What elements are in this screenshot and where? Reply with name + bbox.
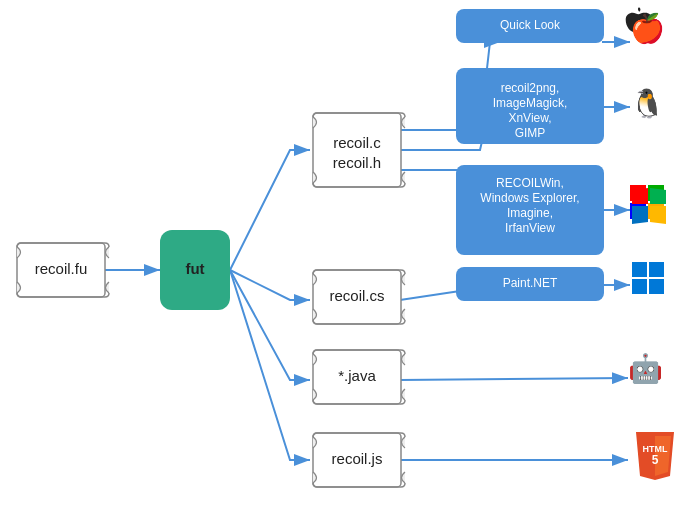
recoil-js-label: recoil.js [332,450,383,467]
svg-text:5: 5 [652,453,659,467]
source-node: recoil.fu [17,243,109,297]
source-label: recoil.fu [35,260,88,277]
html5-icon: HTML 5 [636,432,674,480]
win-line1: RECOILWin, [496,176,564,190]
windows-icon [632,262,664,294]
paint-net-box: Paint.NET [456,267,604,301]
recoil-cs-node: recoil.cs [313,270,405,324]
svg-text:🤖: 🤖 [628,352,663,385]
svg-rect-25 [632,262,647,277]
svg-text:🐧: 🐧 [630,87,665,120]
quick-look-box: Quick Look [456,9,604,43]
linux-icon: 🐧 [630,87,665,120]
linux-tools-box: recoil2png, ImageMagick, XnView, GIMP [456,68,604,144]
recoil-ch-node: recoil.c recoil.h [313,113,405,187]
recoil-c-label: recoil.c [333,134,381,151]
quick-look-label: Quick Look [500,18,561,32]
linux-line2: ImageMagick, [493,96,568,110]
svg-rect-26 [649,262,664,277]
linux-line1: recoil2png, [501,81,560,95]
fut-label: fut [185,260,204,277]
svg-rect-27 [632,279,647,294]
java-node: *.java [313,350,405,404]
svg-rect-28 [649,279,664,294]
windows-tools-box: RECOILWin, Windows Explorer, Imagine, Ir… [456,165,604,255]
recoil-cs-label: recoil.cs [329,287,384,304]
paint-net-label: Paint.NET [503,276,558,290]
fut-node: fut [160,230,230,310]
win-line2: Windows Explorer, [480,191,579,205]
recoil-h-label: recoil.h [333,154,381,171]
android-icon: 🤖 [628,352,663,385]
linux-line3: XnView, [508,111,551,125]
svg-line-3 [400,378,628,380]
java-label: *.java [338,367,376,384]
recoil-js-node: recoil.js [313,433,405,487]
win-line3: Imagine, [507,206,553,220]
svg-text:🍎: 🍎 [630,12,665,45]
diagram: recoil.fu fut recoil.c recoil.h recoil.c… [0,0,699,507]
win-line4: IrfanView [505,221,555,235]
apple-icon: 🍎 [630,12,665,45]
linux-line4: GIMP [515,126,546,140]
